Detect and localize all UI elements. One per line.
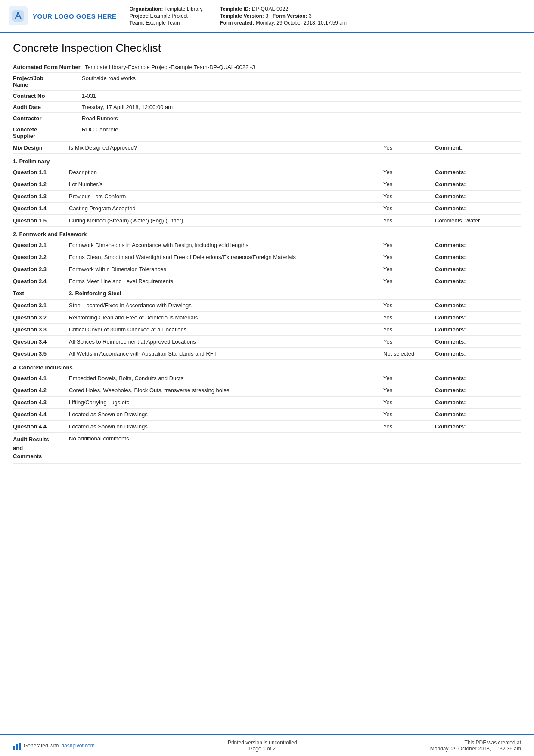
info-value: Template Library-Example Project-Example…: [85, 64, 255, 70]
q-desc: Lot Number/s: [69, 181, 383, 187]
dashpivot-link[interactable]: dashpivot.com: [61, 743, 94, 749]
template-id-line: Template ID: DP-QUAL-0022: [220, 6, 347, 12]
footer-center: Printed version is uncontrolled Page 1 o…: [228, 740, 297, 752]
info-fields: Automated Form Number Template Library-E…: [13, 62, 521, 142]
q-answer: Yes: [383, 254, 435, 260]
q-label: Question 2.1: [13, 242, 69, 248]
info-row-project-job-name: Project/JobName Southside road works: [13, 73, 521, 91]
q-comment: Comments:: [435, 205, 521, 212]
q-comment: Comments:: [435, 350, 521, 357]
q-answer: Yes: [383, 423, 435, 430]
bar2: [16, 744, 18, 750]
mix-design-desc: Is Mix Designed Approved?: [69, 144, 383, 151]
info-row-audit-date: Audit Date Tuesday, 17 April 2018, 12:00…: [13, 102, 521, 113]
org-value: Template Library: [165, 6, 203, 12]
info-row-contract-no: Contract No 1-031: [13, 91, 521, 102]
q-answer: Yes: [383, 266, 435, 272]
table-row: Question 2.3 Formwork within Dimension T…: [13, 263, 521, 275]
q-desc: Lifting/Carrying Lugs etc: [69, 399, 383, 406]
org-line: Organisation: Template Library: [130, 6, 203, 12]
q-answer: Yes: [383, 387, 435, 394]
q-comment: Comments:: [435, 399, 521, 406]
q-label: Question 1.4: [13, 205, 69, 212]
page-total: 2: [273, 746, 276, 752]
q-answer: Yes: [383, 326, 435, 333]
q-desc: Embedded Dowels, Bolts, Conduits and Duc…: [69, 375, 383, 381]
header-meta: Organisation: Template Library Project: …: [130, 6, 521, 26]
footer-right-line2: Monday, 29 October 2018, 11:32:36 am: [430, 746, 521, 752]
bar3: [19, 743, 21, 750]
q-comment: Comments:: [435, 411, 521, 418]
form-version-label: Form Version:: [273, 13, 307, 19]
logo-icon: [9, 6, 28, 25]
table-row: Question 1.1 Description Yes Comments:: [13, 166, 521, 178]
q-answer: Yes: [383, 375, 435, 381]
info-label: Contractor: [13, 115, 82, 122]
table-row: Question 3.5 All Welds in Accordance wit…: [13, 348, 521, 360]
project-line: Project: Example Project: [130, 13, 203, 19]
team-value: Example Team: [146, 20, 180, 26]
table-row: Question 1.4 Casting Program Accepted Ye…: [13, 203, 521, 215]
q-answer: Yes: [383, 242, 435, 248]
audit-value: No additional comments: [69, 435, 129, 442]
footer: Generated with dashpivot.com Printed ver…: [0, 734, 534, 756]
section-4-header: 4. Concrete Inclusions: [13, 360, 521, 372]
q-label: Question 1.3: [13, 193, 69, 200]
table-row: Question 1.5 Curing Method (Stream) (Wat…: [13, 215, 521, 227]
section-4-questions: Question 4.1 Embedded Dowels, Bolts, Con…: [13, 372, 521, 433]
form-created-line: Form created: Monday, 29 October 2018, 1…: [220, 20, 347, 26]
q-answer: Yes: [383, 193, 435, 200]
q-label: Question 3.5: [13, 350, 69, 357]
info-value: Road Runners: [82, 115, 118, 122]
q-label: Question 2.2: [13, 254, 69, 260]
q-desc: Located as Shown on Drawings: [69, 423, 383, 430]
q-desc: All Splices to Reinforcement at Approved…: [69, 338, 383, 345]
q-answer: Yes: [383, 338, 435, 345]
table-row: Question 3.2 Reinforcing Clean and Free …: [13, 312, 521, 324]
q-answer: Yes: [383, 217, 435, 224]
mix-design-answer: Yes: [383, 144, 435, 151]
q-comment: Comments:: [435, 387, 521, 394]
footer-right-line1: This PDF was created at: [430, 740, 521, 746]
mix-design-row: Mix Design Is Mix Designed Approved? Yes…: [13, 142, 521, 154]
mix-design-comment: Comment:: [435, 144, 521, 151]
q-comment: Comments:: [435, 242, 521, 248]
q-desc: Formwork within Dimension Tolerances: [69, 266, 383, 272]
form-created-label: Form created:: [220, 20, 254, 26]
q-label: Question 1.5: [13, 217, 69, 224]
q-comment: Comments:: [435, 326, 521, 333]
q-desc: Description: [69, 169, 383, 175]
form-created-value: Monday, 29 October 2018, 10:17:59 am: [256, 20, 347, 26]
q-answer: Yes: [383, 399, 435, 406]
table-row: Question 4.1 Embedded Dowels, Bolts, Con…: [13, 372, 521, 384]
q-desc: Forms Meet Line and Level Requirements: [69, 278, 383, 284]
mix-design-label: Mix Design: [13, 144, 69, 151]
audit-label: Audit ResultsandComments: [13, 435, 69, 461]
info-value: RDC Concrete: [82, 126, 118, 133]
logo-text: YOUR LOGO GOES HERE: [33, 12, 117, 20]
main-content: Concrete Inspection Checklist Automated …: [0, 33, 534, 734]
template-version-value: 3: [265, 13, 268, 19]
text-row-section3: Text 3. Reinforcing Steel: [13, 287, 521, 300]
table-row: Question 4.4 Located as Shown on Drawing…: [13, 409, 521, 421]
page: YOUR LOGO GOES HERE Organisation: Templa…: [0, 0, 534, 756]
footer-bars-icon: [13, 742, 21, 750]
q-label: Question 4.3: [13, 399, 69, 406]
q-label: Question 4.2: [13, 387, 69, 394]
q-comment: Comments:: [435, 314, 521, 321]
table-row: Question 2.4 Forms Meet Line and Level R…: [13, 275, 521, 287]
q-label: Question 3.3: [13, 326, 69, 333]
q-label: Question 3.4: [13, 338, 69, 345]
q-answer: Yes: [383, 314, 435, 321]
table-row: Question 3.3 Critical Cover of 30mm Chec…: [13, 324, 521, 336]
q-label: Question 4.1: [13, 375, 69, 381]
q-desc: Formwork Dimensions in Accordance with D…: [69, 242, 383, 248]
q-desc: Steel Located/Fixed in Accordance with D…: [69, 302, 383, 309]
table-row: Question 1.3 Previous Lots Conform Yes C…: [13, 191, 521, 203]
q-comment: Comments:: [435, 181, 521, 187]
logo-area: YOUR LOGO GOES HERE: [9, 6, 117, 26]
q-label: Question 1.1: [13, 169, 69, 175]
q-answer: Yes: [383, 169, 435, 175]
q-comment: Comments:: [435, 169, 521, 175]
q-comment: Comments:: [435, 423, 521, 430]
